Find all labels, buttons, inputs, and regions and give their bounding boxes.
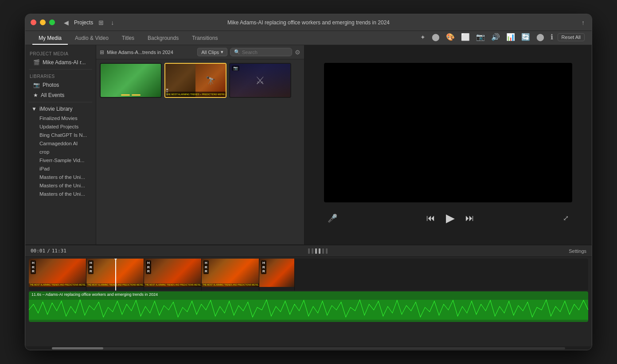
chevron-down-icon: ▾ <box>221 49 223 55</box>
microphone-button[interactable]: 🎤 <box>328 213 337 223</box>
camera-icon[interactable]: 📷 <box>474 31 487 43</box>
audio-waveform-1: // Generate waveform bars via SVG (inlin… <box>29 298 588 322</box>
triangle-icon: ▼ <box>31 106 37 112</box>
window-title: Mike Adams-AI replacing office workers a… <box>227 19 390 26</box>
sidebar-item-all-events[interactable]: ★ All Events <box>27 90 94 100</box>
tab-titles[interactable]: Titles <box>116 32 141 45</box>
reset-all-button[interactable]: Reset All <box>558 33 585 41</box>
sidebar-item-masters-1[interactable]: Masters of the Uni... <box>27 173 94 181</box>
hrr-badge-2: HRR <box>88 260 94 274</box>
sidebar-item-bing-chatgpt[interactable]: Bing ChatGPT Is N... <box>27 131 94 139</box>
media-thumb-hrr-selected[interactable]: 📷 HRR 🔭 THE MOST ALARMING TR <box>164 63 226 98</box>
zoom-line-6 <box>326 248 328 254</box>
sidebar-divider-2 <box>29 102 92 102</box>
rewind-button[interactable]: ⏮ <box>425 211 437 225</box>
settings-icon[interactable]: ⚙ <box>295 49 301 56</box>
zoom-line-4 <box>319 248 320 254</box>
sidebar-item-carmageddon[interactable]: Carmageddon AI <box>27 139 94 147</box>
libraries-header: LIBRARIES <box>25 71 96 80</box>
tab-bar: My Media Audio & Video Titles Background… <box>25 31 592 45</box>
current-time: 00:01 <box>31 248 45 254</box>
timeline-section: 00:01 / 11:31 Settings <box>25 244 592 346</box>
media-thumb-dark-scene[interactable]: 📷 ⚔ <box>229 63 291 98</box>
color-icon[interactable]: ⬤ <box>430 31 441 43</box>
search-input[interactable] <box>242 50 288 55</box>
tab-my-media[interactable]: My Media <box>32 32 68 45</box>
sidebar: PROJECT MEDIA 🎬 Mike Adams-AI r... LIBRA… <box>25 45 96 244</box>
sidebar-item-ipad[interactable]: iPad <box>27 165 94 173</box>
magic-wand-icon[interactable]: ✦ <box>418 32 427 43</box>
audio-track-1: 11.6s – Adams-AI replacing office worker… <box>29 291 588 322</box>
close-button[interactable] <box>31 19 36 25</box>
crop-icon[interactable]: ⬜ <box>459 31 472 43</box>
media-thumb-green-screen[interactable] <box>100 63 162 98</box>
zoom-line-1 <box>308 248 310 254</box>
photos-icon: 📷 <box>33 82 40 88</box>
hrr-badge-1: HRR <box>31 260 36 274</box>
audio-label-1: 11.6s – Adams-AI replacing office worker… <box>29 291 588 298</box>
sidebar-item-finalized-movies[interactable]: Finalized Movies <box>27 114 94 122</box>
playhead[interactable] <box>115 259 116 290</box>
sidebar-item-updated-projects[interactable]: Updated Projects <box>27 123 94 131</box>
fast-forward-button[interactable]: ⏭ <box>464 211 476 225</box>
maximize-button[interactable] <box>49 19 55 25</box>
svg-rect-0 <box>29 300 588 320</box>
color-wheel-icon[interactable]: 🎨 <box>444 31 457 43</box>
video-segment-4[interactable]: HRR THE MOST ALARMING TRENDS AND PREDICT… <box>202 259 259 290</box>
project-breadcrumb[interactable]: Projects <box>74 19 93 26</box>
preview-controls: 🎤 ⏮ ▶ ⏭ ⤢ <box>324 206 572 230</box>
window-controls <box>31 19 55 25</box>
sidebar-item-photos[interactable]: 📷 Photos <box>27 80 94 90</box>
effect-icon[interactable]: ⬤ <box>535 31 546 43</box>
timeline-content: HRR THE MOST ALARMING TRENDS AND PREDICT… <box>25 257 592 346</box>
timeline-header: 00:01 / 11:31 Settings <box>25 245 592 257</box>
zoom-line-3 <box>315 248 317 254</box>
sidebar-item-fiverr[interactable]: Fiverr-Sample Vid... <box>27 156 94 164</box>
title-right-actions: ↑ <box>580 18 586 27</box>
share-button[interactable]: ↑ <box>580 18 586 27</box>
media-browser-title: Mike Adams-A...trends in 2024 <box>107 50 195 55</box>
horizontal-scrollbar[interactable] <box>25 346 592 350</box>
sidebar-item-masters-2[interactable]: Masters of the Uni... <box>27 182 94 190</box>
search-box: 🔍 <box>230 48 292 56</box>
speed-icon[interactable]: 🔄 <box>519 31 532 43</box>
sidebar-project-item[interactable]: 🎬 Mike Adams-AI r... <box>27 58 94 67</box>
zoom-line-5 <box>322 248 324 254</box>
grid-view-button[interactable]: ⊞ <box>97 18 105 27</box>
app-window: ◀ Projects ⊞ ↓ Mike Adams-AI replacing o… <box>25 14 592 350</box>
sidebar-item-crop[interactable]: crop <box>27 148 94 156</box>
media-section: ⊞ Mike Adams-A...trends in 2024 All Clip… <box>96 45 305 244</box>
timeline-settings-button[interactable]: Settings <box>569 248 586 254</box>
filter-all-clips-button[interactable]: All Clips ▾ <box>197 48 227 56</box>
audio-icon[interactable]: 🔊 <box>489 31 502 43</box>
chart-icon[interactable]: 📊 <box>504 31 517 43</box>
video-segment-5[interactable]: HRR <box>259 259 295 290</box>
main-content: PROJECT MEDIA 🎬 Mike Adams-AI r... LIBRA… <box>25 45 592 244</box>
sidebar-item-masters-3[interactable]: Masters of the Uni... <box>27 190 94 198</box>
thumb-duration-bar <box>121 94 141 96</box>
timeline-zoom <box>308 248 328 254</box>
preview-video <box>324 63 572 202</box>
sidebar-divider-1 <box>29 69 92 70</box>
play-button[interactable]: ▶ <box>444 209 457 227</box>
hrr-badge-3: HRR <box>146 260 151 274</box>
down-arrow-button[interactable]: ↓ <box>109 18 116 27</box>
video-segment-1[interactable]: HRR THE MOST ALARMING TRENDS AND PREDICT… <box>29 259 86 290</box>
tab-backgrounds[interactable]: Backgrounds <box>141 32 185 45</box>
video-segment-3[interactable]: HRR THE MOST ALARMING TRENDS AND PREDICT… <box>144 259 202 290</box>
minimize-button[interactable] <box>40 19 46 25</box>
back-button[interactable]: ◀ <box>62 18 70 27</box>
hrr-badge-4: HRR <box>203 260 209 274</box>
title-bar: ◀ Projects ⊞ ↓ Mike Adams-AI replacing o… <box>25 14 592 31</box>
total-time: 11:31 <box>52 248 66 254</box>
sidebar-item-imovie-library[interactable]: ▼ iMovie Library <box>27 104 94 114</box>
tab-audio-video[interactable]: Audio & Video <box>69 32 115 45</box>
preview-section: 🎤 ⏮ ▶ ⏭ ⤢ <box>305 45 592 244</box>
info-icon[interactable]: ℹ <box>549 31 555 43</box>
media-toolbar: ⊞ Mike Adams-A...trends in 2024 All Clip… <box>96 45 304 59</box>
video-track: HRR THE MOST ALARMING TRENDS AND PREDICT… <box>29 259 588 290</box>
media-grid: 📷 HRR 🔭 THE MOST ALARMING TR <box>96 59 304 244</box>
tab-transitions[interactable]: Transitions <box>186 32 224 45</box>
project-media-header: PROJECT MEDIA <box>25 49 96 57</box>
expand-button[interactable]: ⤢ <box>563 214 569 222</box>
